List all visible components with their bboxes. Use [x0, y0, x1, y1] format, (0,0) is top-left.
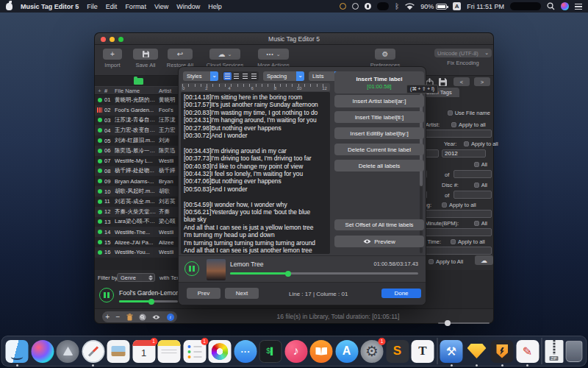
table-row[interactable]: 11 刘若英-成全.m... 刘若英 — [95, 197, 182, 207]
progress-thumb[interactable] — [148, 299, 154, 305]
menu-item[interactable]: View — [154, 3, 168, 10]
lyric-line[interactable]: I'm turning my head up and down — [184, 231, 323, 238]
align-right-button[interactable] — [241, 72, 249, 80]
dock-icon-trash[interactable] — [566, 341, 583, 362]
table-row[interactable]: 15 Alizee-J'Ai Pa... Alizee — [95, 237, 182, 247]
table-row[interactable]: 03 汪苏泷-青春自… 汪苏泷 — [95, 116, 182, 126]
dock-icon-itunes[interactable] — [284, 340, 307, 363]
pause-button[interactable] — [184, 261, 199, 276]
pause-button[interactable] — [99, 288, 114, 302]
dock-icon-reminders[interactable]: 1 — [183, 340, 206, 363]
lyric-line[interactable]: [00:50.83]And I wonder — [184, 185, 323, 193]
filter-select[interactable]: Genre — [117, 273, 155, 282]
year-field[interactable]: 2012 — [442, 149, 486, 158]
table-row[interactable]: 14 Westlife-The... Westli — [95, 227, 182, 237]
info-icon[interactable]: i — [167, 314, 174, 321]
insert-editby-label-button[interactable]: Insert EditBy label[by:] — [334, 127, 424, 139]
wifi-icon[interactable] — [405, 3, 415, 10]
year-apply-checkbox[interactable]: Apply to all — [464, 141, 498, 147]
table-row[interactable]: 07 Westlife-My L... Westli — [95, 156, 182, 166]
input-source-icon[interactable]: A — [453, 2, 461, 10]
back-button[interactable]: < — [453, 77, 470, 86]
text-ruler[interactable]: 024681012 — [181, 83, 330, 91]
set-offset-button[interactable]: Set Offset of All time labels — [334, 219, 424, 230]
lyric-line[interactable]: [00:14.18]I'm sitting here in the boring… — [184, 93, 323, 101]
restore-all-button[interactable]: ↩ Restore All — [162, 49, 198, 68]
align-center-button[interactable] — [232, 72, 240, 80]
dock-icon-messages[interactable] — [234, 340, 257, 363]
folder-icon[interactable] — [134, 78, 143, 85]
dock-icon-siri[interactable] — [31, 340, 54, 363]
disc-total-field[interactable] — [453, 191, 492, 199]
table-row[interactable]: 09 Bryan Adams-... Bryan — [95, 176, 182, 186]
dock-icon-sketch[interactable] — [465, 340, 488, 363]
lyric-line[interactable]: [00:54.59]I wonder how, I wonder why — [184, 201, 323, 208]
dock-icon-red-pencil-app[interactable] — [516, 340, 539, 363]
lyric-line[interactable]: [00:24.31]I'm hanging around, I'm waitin… — [184, 116, 323, 124]
insert-title-label-button[interactable]: Insert Title label[ti:] — [334, 111, 424, 123]
app-menu-title[interactable]: Music Tag Editor 5 — [21, 3, 79, 10]
lyric-line[interactable]: I'm turning turning turning turning turn… — [184, 239, 323, 247]
slider-knob[interactable] — [445, 320, 451, 326]
preview-button[interactable]: Preview — [334, 236, 424, 247]
playback-progress[interactable] — [230, 272, 418, 275]
table-row[interactable]: 04 王力宏-改变自… 王力宏 — [95, 125, 182, 135]
dock-icon-typora[interactable] — [412, 340, 434, 363]
dock-icon-appstore[interactable] — [335, 340, 358, 363]
dock-icon-photos[interactable] — [209, 340, 232, 363]
insert-artist-label-button[interactable]: Insert Artist label[ar:] — [334, 95, 424, 107]
trash-icon[interactable] — [126, 314, 133, 321]
lyric-line[interactable]: [00:27.98]But nothing ever happens — [184, 124, 323, 132]
lyric-line[interactable]: [00:30.72]And I wonder — [184, 132, 323, 139]
dock-icon-xcode[interactable] — [440, 340, 463, 363]
cloud-services-button[interactable]: ☁⌄ Cloud Services — [202, 49, 248, 68]
spotlight-search-icon[interactable] — [547, 2, 555, 10]
table-row[interactable]: 02 Fool's Garden... Fool's — [95, 105, 182, 116]
lyrics-text-area[interactable]: [00:14.18]I'm sitting here in the boring… — [181, 92, 330, 254]
apply-to-all-checkbox[interactable]: Apply to All — [429, 258, 463, 265]
add-file-button[interactable]: + — [105, 313, 110, 321]
save-icon[interactable] — [439, 78, 447, 86]
grouping-apply-checkbox[interactable]: Apply to all — [442, 202, 476, 208]
lyric-line[interactable] — [184, 139, 323, 146]
bpm-all-checkbox[interactable]: All — [474, 220, 487, 227]
dock-icon-notes[interactable] — [158, 340, 181, 363]
progress-thumb[interactable] — [285, 271, 291, 277]
use-file-name-checkbox[interactable]: Use File name — [448, 110, 490, 116]
status-ring-icon[interactable] — [340, 3, 346, 10]
menu-item[interactable]: Window — [176, 3, 200, 10]
lyric-line[interactable]: [00:17.57]It's just another rainy Sunday… — [184, 101, 323, 108]
remove-file-button[interactable]: − — [115, 313, 120, 321]
table-row[interactable]: 13 Lara梁心颐-不… 梁心颐 — [95, 217, 182, 227]
dock-icon-system-preferences[interactable]: 1 — [361, 340, 384, 363]
cloud-upload-button[interactable]: ☁ — [475, 255, 493, 265]
dock-icon-separator[interactable] — [437, 338, 437, 364]
table-row[interactable]: 05 刘涛-红颜旧.m... 刘涛 — [95, 135, 182, 146]
disc-all-checkbox[interactable]: All — [474, 182, 487, 188]
siri-icon[interactable] — [561, 2, 569, 10]
track-all-checkbox[interactable]: All — [474, 161, 487, 168]
mini-player-progress[interactable] — [119, 300, 178, 302]
import-button[interactable]: + Import — [99, 49, 126, 68]
menu-item[interactable]: File — [87, 3, 98, 10]
lyric-line[interactable]: [00:40.93]I'd like to change my point of… — [184, 163, 323, 170]
table-row[interactable]: 06 陈奕迅-最冷一… 陈奕迅 — [95, 146, 182, 156]
done-button[interactable]: Done — [381, 289, 421, 298]
battery-indicator[interactable]: 90% — [420, 3, 447, 10]
delete-all-labels-button[interactable]: Delete all labels — [334, 160, 424, 171]
encoding-select[interactable]: Unicode (UTF-8)⌄ Fix Encoding — [434, 49, 492, 66]
delete-current-line-label-button[interactable]: Delete Current line label — [334, 144, 424, 155]
dock-icon-launchpad[interactable] — [57, 340, 79, 363]
more-actions-button[interactable]: •••⌄ More Actions — [251, 49, 296, 68]
eye-icon[interactable] — [152, 314, 160, 320]
bluetooth-icon[interactable]: ᛒ — [395, 2, 399, 10]
lyric-line[interactable]: And all that I can see is just a yellow … — [184, 224, 323, 231]
menu-clock[interactable]: Fri 11:51 PM — [467, 3, 504, 10]
align-justify-button[interactable] — [250, 72, 258, 80]
dock-icon-separator[interactable] — [542, 338, 542, 364]
dock-icon-books[interactable] — [310, 340, 333, 363]
dock-icon-zip-archive[interactable] — [545, 340, 563, 363]
title-bar[interactable]: Music Tag Editor 5 — [95, 33, 493, 45]
lyric-line[interactable]: [00:20.83]I'm wasting my time, I got not… — [184, 109, 323, 116]
status-circle-icon[interactable] — [352, 3, 359, 10]
